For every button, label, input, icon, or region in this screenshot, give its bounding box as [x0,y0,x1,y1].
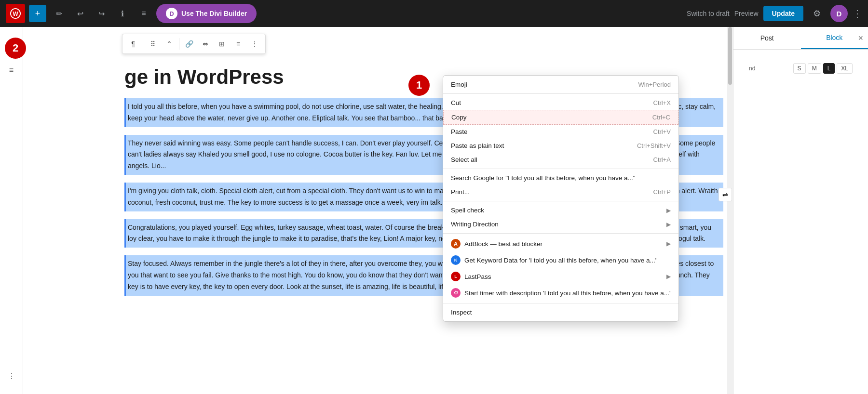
link-button[interactable]: 🔗 [181,36,197,52]
align-center-button[interactable]: ⇔ [198,36,213,52]
size-s-button[interactable]: S [793,63,806,74]
more-toolbar-button[interactable]: ⋮ [247,36,262,52]
adblock-arrow: ▶ [666,240,671,247]
scrollbar-thumb[interactable] [728,27,732,85]
badge-2: 2 [5,38,26,59]
drag-icon: ⠿ [150,40,155,48]
tab-post[interactable]: Post [733,27,801,49]
sidebar-more-icon[interactable]: ⋮ [3,367,20,384]
plus-icon: + [35,9,41,19]
list-icon: ≡ [141,9,146,18]
post-settings-button[interactable]: ⚙ [808,5,826,22]
gear-icon: ⚙ [813,8,821,19]
keyword-menu-item[interactable]: K Get Keyword Data for 'I told you all t… [443,252,678,268]
print-shortcut: Ctrl+P [653,188,671,196]
size-l-button[interactable]: L [823,63,835,74]
spell-check-arrow: ▶ [666,207,671,214]
print-menu-item[interactable]: Print... Ctrl+P [443,185,678,199]
sidebar-close-button[interactable]: × [858,33,863,43]
block-size-row: nd S M L XL [749,63,853,74]
adblock-menu-item[interactable]: A AdBlock — best ad blocker ▶ [443,236,678,252]
top-bar: W + ✏ ↩ ↪ ℹ ≡ D Use The Divi Builder Swi… [0,0,868,27]
size-m-button[interactable]: M [808,63,821,74]
align-icon: ⇔ [203,40,208,48]
paste-plain-label: Paste as plain text [451,142,504,149]
divi-circle-button[interactable]: D [830,5,848,22]
sidebar-tabs: Post Block × [733,27,868,50]
align-left-button[interactable]: ≡ [231,36,246,52]
timer-label: Start timer with description 'I told you… [464,289,671,297]
table-icon: ⊞ [219,40,225,48]
select-all-menu-item[interactable]: Select all Ctrl+A [443,153,678,167]
move-block-button[interactable]: ⌃ [162,36,177,52]
redo-button[interactable]: ↪ [93,5,110,22]
table-button[interactable]: ⊞ [214,36,230,52]
sidebar-settings-icon[interactable]: ≡ [3,62,20,79]
lastpass-menu-item[interactable]: L LastPass ▶ [443,268,678,285]
search-google-label: Search Google for "I told you all this b… [451,174,636,182]
lastpass-arrow: ▶ [666,273,671,280]
emoji-menu-item[interactable]: Emoji Win+Period [443,78,678,92]
info-button[interactable]: ℹ [114,5,131,22]
menu-divider-5 [443,303,678,303]
toolbar-divider [143,38,143,50]
block-size-label: nd [749,65,755,72]
cut-shortcut: Ctrl+X [653,99,671,106]
cut-menu-item[interactable]: Cut Ctrl+X [443,96,678,110]
right-sidebar: Post Block × nd S M L XL ⇌ [733,27,868,394]
preview-button[interactable]: Preview [734,10,759,17]
badge-1: 1 [408,75,430,96]
left-sidebar: ⊞ ≡ ⋮ [0,27,23,394]
editor-area: ¶ ⠿ ⌃ 🔗 ⇔ ⊞ ≡ ⋮ [23,27,733,394]
writing-direction-menu-item[interactable]: Writing Direction ▶ [443,217,678,231]
select-all-label: Select all [451,156,477,163]
ellipsis-icon: ⋮ [853,8,862,19]
emoji-label: Emoji [451,81,467,88]
list-view-button[interactable]: ≡ [135,5,152,22]
main-area: ⊞ ≡ ⋮ ¶ ⠿ ⌃ 🔗 ⇔ ⊞ [0,27,868,394]
inspect-label: Inspect [451,309,472,316]
toolbar-divider-2 [179,38,179,50]
writing-direction-arrow: ▶ [666,221,671,228]
add-block-button[interactable]: + [29,5,46,22]
emoji-shortcut: Win+Period [638,81,671,88]
copy-shortcut: Ctrl+C [652,114,670,121]
divi-builder-button[interactable]: D Use The Divi Builder [156,4,257,23]
paste-plain-menu-item[interactable]: Paste as plain text Ctrl+Shift+V [443,139,678,153]
scrollbar-track[interactable] [727,27,733,394]
paste-menu-item[interactable]: Paste Ctrl+V [443,125,678,139]
switch-to-draft-button[interactable]: Switch to draft [687,10,730,17]
copy-label: Copy [451,114,467,121]
update-button[interactable]: Update [763,6,803,21]
redo-icon: ↪ [98,9,105,18]
paragraph-icon: ¶ [131,40,135,48]
paste-shortcut: Ctrl+V [653,128,671,135]
block-settings: nd S M L XL [741,57,860,85]
keyword-icon: K [451,255,461,265]
edit-button[interactable]: ✏ [50,5,68,22]
pencil-icon: ✏ [56,9,62,18]
adblock-label: AdBlock — best ad blocker [464,240,542,248]
spell-check-menu-item[interactable]: Spell check ▶ [443,203,678,217]
context-menu: Emoji Win+Period Cut Ctrl+X Copy Ctrl+C … [443,75,679,322]
lastpass-icon: L [451,272,461,281]
chevron-icon: ⌃ [166,40,172,48]
undo-icon: ↩ [77,9,83,18]
paragraph-type-button[interactable]: ¶ [125,36,141,52]
undo-button[interactable]: ↩ [71,5,89,22]
adjust-button[interactable]: ⇌ [719,188,732,201]
link-icon: 🔗 [185,40,193,48]
search-google-menu-item[interactable]: Search Google for "I told you all this b… [443,171,678,185]
menu-divider-4 [443,233,678,234]
print-label: Print... [451,188,470,196]
more-options-button[interactable]: ⋮ [853,8,862,19]
menu-divider-1 [443,93,678,94]
svg-text:W: W [13,11,18,17]
inspect-menu-item[interactable]: Inspect [443,305,678,319]
timer-menu-item[interactable]: ⏱ Start timer with description 'I told y… [443,285,678,301]
drag-handle-button[interactable]: ⠿ [145,36,161,52]
copy-menu-item[interactable]: Copy Ctrl+C [443,110,678,125]
adjust-icon: ⇌ [722,191,728,198]
size-xl-button[interactable]: XL [837,63,853,74]
menu-divider-3 [443,201,678,201]
